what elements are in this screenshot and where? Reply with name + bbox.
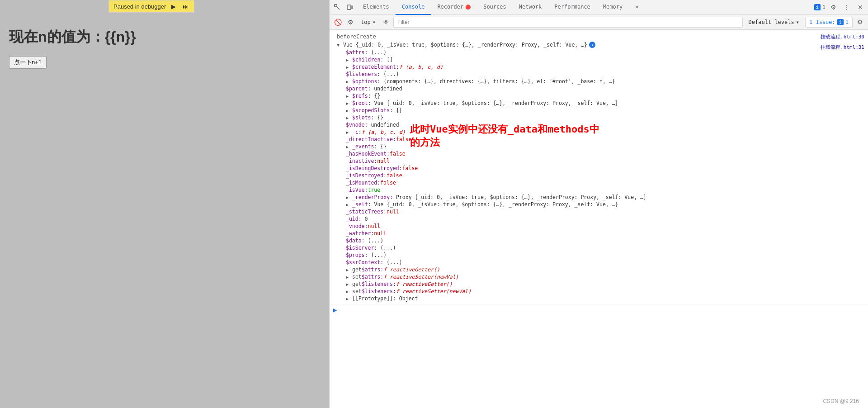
notification-count: 1: [822, 4, 826, 10]
prop-self[interactable]: _self: Vue {_uid: 0, _isVue: true, $opti…: [342, 201, 783, 208]
source-links: 挂载流程.html:30 挂载流程.html:31: [787, 30, 868, 304]
tab-console[interactable]: Console: [396, 0, 431, 15]
prop-children[interactable]: $children: []: [342, 56, 783, 63]
console-settings-button[interactable]: ⚙: [345, 17, 356, 28]
prop-vnode-null: _vnode: null: [342, 223, 783, 230]
prop-is-server: $isServer: (...): [342, 244, 783, 251]
prop-parent: $parent: undefined: [342, 85, 783, 92]
context-dropdown-icon: ▾: [373, 19, 376, 25]
prop-inactive: _inactive: null: [342, 157, 783, 165]
resume-button[interactable]: ▶: [170, 2, 178, 10]
settings-button[interactable]: ⚙: [827, 1, 839, 13]
console-toolbar: 🚫 ⚙ top ▾ 👁 Default levels ▾ 1 Issue: i …: [330, 15, 868, 30]
context-label: top: [361, 19, 371, 25]
prop-root[interactable]: $root: Vue {_uid: 0, _isVue: true, $opti…: [342, 100, 783, 107]
tab-performance[interactable]: Performance: [548, 0, 596, 15]
more-options-button[interactable]: ⋮: [841, 1, 853, 13]
svg-rect-2: [351, 6, 353, 9]
inspect-element-button[interactable]: [331, 1, 343, 13]
prop-create-element[interactable]: $createElement: f (a, b, c, d): [342, 63, 783, 71]
prop-has-hook-event: _hasHookEvent: false: [342, 150, 783, 157]
devtools-panel: Elements Console Recorder 🔴 Sources Netw…: [329, 0, 868, 408]
tab-recorder[interactable]: Recorder 🔴: [431, 0, 477, 15]
notification-badge: i: [814, 4, 821, 10]
csdn-watermark: CSDN @9 216: [823, 398, 859, 404]
setter-attrs[interactable]: set $attrs: f reactiveSetter(newVal): [342, 273, 783, 280]
getter-listeners[interactable]: get $listeners: f reactiveGetter(): [342, 280, 783, 288]
console-filter-input[interactable]: [393, 17, 743, 28]
vue-main-text: Vue {_uid: 0, _isVue: true, $options: {……: [343, 42, 587, 48]
prop-props: $props: (...): [342, 251, 783, 259]
before-create-label: beforeCreate: [333, 32, 783, 41]
device-toolbar-button[interactable]: [344, 1, 356, 13]
page-title: 现在n的值为：{{n}}: [9, 27, 320, 47]
devtools-tabs: Elements Console Recorder 🔴 Sources Netw…: [357, 0, 645, 14]
prop-watcher: _watcher: null: [342, 230, 783, 237]
prop-is-destroyed: _isDestroyed: false: [342, 172, 783, 179]
tab-sources[interactable]: Sources: [477, 0, 513, 15]
source-link-1[interactable]: 挂载流程.html:30: [817, 32, 868, 42]
console-next-arrow[interactable]: ▶: [330, 304, 868, 315]
setter-listeners[interactable]: set $listeners: f reactiveSetter(newVal): [342, 288, 783, 295]
prop-listeners: $listeners: (...): [342, 71, 783, 78]
debugger-label: Paused in debugger: [113, 3, 166, 10]
increment-button[interactable]: 点一下n+1: [9, 56, 47, 69]
prop-render-proxy[interactable]: _renderProxy: Proxy {_uid: 0, _isVue: tr…: [342, 194, 783, 201]
prop-is-vue: _isVue: true: [342, 186, 783, 194]
comment-text: 此时Vue实例中还没有_data和methods中 的方法: [410, 123, 599, 149]
getter-attrs[interactable]: get $attrs: f reactiveGetter(): [342, 266, 783, 273]
issue-count-label: 1 Issue:: [809, 19, 835, 25]
close-devtools-button[interactable]: ✕: [854, 1, 866, 13]
vue-info-icon: i: [589, 42, 595, 48]
prop-options[interactable]: $options: {components: {…}, directives: …: [342, 78, 783, 85]
step-over-button[interactable]: ⏭: [181, 2, 189, 10]
vue-object-line[interactable]: Vue {_uid: 0, _isVue: true, $options: {……: [333, 41, 783, 49]
recorder-icon: 🔴: [465, 5, 471, 9]
devtools-topbar-right: i 1 ⚙ ⋮ ✕: [814, 1, 866, 13]
clear-console-button[interactable]: 🚫: [332, 17, 343, 28]
prop-static-trees: _staticTrees: null: [342, 208, 783, 215]
console-entry-beforecreate: beforeCreate Vue {_uid: 0, _isVue: true,…: [330, 30, 868, 304]
log-levels-icon: ▾: [796, 19, 799, 25]
prop-ssr-context: $ssrContext: (...): [342, 259, 783, 266]
console-toolbar-settings[interactable]: ⚙: [854, 17, 865, 28]
issue-number: 1: [845, 19, 849, 25]
tab-elements[interactable]: Elements: [357, 0, 396, 15]
context-selector[interactable]: top ▾: [358, 17, 379, 28]
vue-expand-arrow[interactable]: [337, 43, 341, 47]
devtools-topbar: Elements Console Recorder 🔴 Sources Netw…: [330, 0, 868, 15]
issue-icon: i: [837, 19, 844, 25]
prop-data: $data: (...): [342, 237, 783, 244]
console-content: beforeCreate Vue {_uid: 0, _isVue: true,…: [330, 30, 868, 408]
tab-memory[interactable]: Memory: [597, 0, 629, 15]
svg-rect-1: [347, 5, 351, 9]
log-levels-label: Default levels: [749, 19, 794, 25]
prototype-chain[interactable]: [[Prototype]]: Object: [342, 295, 783, 302]
prop-refs[interactable]: $refs: {}: [342, 92, 783, 100]
prop-attrs: $attrs: (...): [342, 49, 783, 56]
prop-is-being-destroyed: _isBeingDestroyed: false: [342, 165, 783, 172]
debugger-banner: Paused in debugger ▶ ⏭: [108, 0, 194, 13]
svg-rect-0: [335, 5, 337, 7]
prop-scoped-slots[interactable]: $scopedSlots: {}: [342, 107, 783, 114]
vue-properties: $attrs: (...) $children: [] $createEleme…: [333, 49, 783, 302]
log-levels-button[interactable]: Default levels ▾: [745, 17, 803, 28]
issues-badge[interactable]: 1 Issue: i 1: [805, 17, 853, 28]
source-link-2[interactable]: 挂载流程.html:31: [817, 42, 868, 52]
prop-uid: _uid: 0: [342, 215, 783, 223]
prop-is-mounted: _isMounted: false: [342, 179, 783, 186]
tab-network[interactable]: Network: [513, 0, 548, 15]
live-expression-button[interactable]: 👁: [381, 17, 392, 28]
webpage-panel: Paused in debugger ▶ ⏭ 现在n的值为：{{n}} 点一下n…: [0, 0, 329, 408]
prop-slots[interactable]: $slots: {}: [342, 114, 783, 121]
tab-more[interactable]: »: [629, 0, 645, 15]
